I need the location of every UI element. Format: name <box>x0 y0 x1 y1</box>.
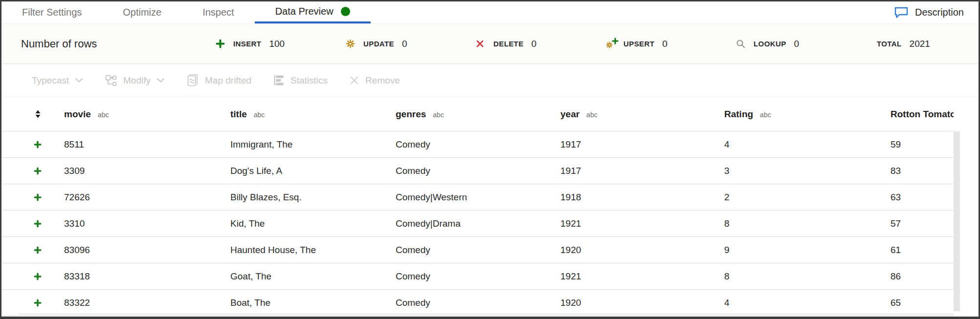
cell-rotten: 57 <box>891 218 954 229</box>
column-name: title <box>230 109 247 120</box>
column-header-title[interactable]: title abc <box>230 109 396 120</box>
tab-bar: Filter Settings Optimize Inspect Data Pr… <box>1 1 979 23</box>
data-preview-table: movie abc title abc genres abc year abc … <box>1 97 979 316</box>
statistics-button[interactable]: Statistics <box>273 74 328 86</box>
stat-value: 0 <box>402 39 407 49</box>
table-row[interactable]: 83318 Goat, The Comedy 1921 8 86 <box>1 263 954 289</box>
stat-upsert[interactable]: UPSERT 0 <box>606 38 736 50</box>
column-header-movie[interactable]: movie abc <box>64 109 230 120</box>
cell-year: 1921 <box>560 218 724 229</box>
data-preview-panel: Filter Settings Optimize Inspect Data Pr… <box>0 0 980 319</box>
remove-button[interactable]: Remove <box>349 75 400 86</box>
cell-title: Boat, The <box>230 298 396 308</box>
status-dot-icon <box>341 7 350 16</box>
cell-rotten: 83 <box>891 166 954 176</box>
bar-chart-icon <box>273 74 285 86</box>
x-icon <box>476 40 493 48</box>
cell-rating: 4 <box>724 139 891 150</box>
stat-lookup[interactable]: LOOKUP 0 <box>736 39 866 49</box>
stat-insert[interactable]: INSERT 100 <box>216 39 346 49</box>
column-type-label: abc <box>586 111 598 119</box>
cell-year: 1920 <box>560 298 724 308</box>
tab-data-preview[interactable]: Data Preview <box>255 1 371 23</box>
cell-rotten: 65 <box>891 298 954 308</box>
typecast-button[interactable]: Typecast <box>32 75 83 86</box>
modify-button[interactable]: Modify <box>105 74 165 87</box>
table-row[interactable]: 3309 Dog's Life, A Comedy 1917 3 83 <box>1 157 954 184</box>
tool-label: Modify <box>123 75 151 86</box>
tab-label: Inspect <box>202 7 234 18</box>
tab-inspect[interactable]: Inspect <box>182 1 254 23</box>
cell-title: Kid, The <box>230 218 396 229</box>
stat-update[interactable]: UPDATE 0 <box>346 39 476 49</box>
comment-icon <box>894 6 909 19</box>
cell-movie: 83096 <box>64 245 230 255</box>
tab-label: Data Preview <box>275 6 334 17</box>
table-row[interactable]: 83096 Haunted House, The Comedy 1920 9 6… <box>1 236 954 263</box>
cell-rotten: 86 <box>891 271 954 282</box>
column-name: year <box>560 109 579 120</box>
tab-filter-settings[interactable]: Filter Settings <box>1 1 102 23</box>
cell-genres: Comedy|Western <box>396 192 560 203</box>
insert-row-icon <box>1 273 64 280</box>
table-row[interactable]: 83322 Boat, The Comedy 1920 4 65 <box>1 289 954 316</box>
stat-value: 0 <box>662 39 668 49</box>
tool-label: Remove <box>365 75 400 86</box>
insert-row-icon <box>1 220 64 228</box>
column-header-year[interactable]: year abc <box>560 109 724 120</box>
column-type-label: abc <box>254 111 265 119</box>
tab-optimize[interactable]: Optimize <box>102 1 182 23</box>
cell-movie: 3309 <box>64 166 230 176</box>
table-row[interactable]: 72626 Billy Blazes, Esq. Comedy|Western … <box>1 184 954 210</box>
chevron-down-icon <box>75 78 83 83</box>
row-stats-bar: Number of rows INSERT 100 UPDATE 0 DELET… <box>1 23 979 64</box>
column-name: genres <box>396 109 426 120</box>
cell-genres: Comedy <box>396 271 560 282</box>
column-header-rating[interactable]: Rating abc <box>724 109 891 120</box>
cell-rating: 2 <box>724 192 891 203</box>
cell-title: Goat, The <box>230 271 396 282</box>
number-of-rows-label: Number of rows <box>21 38 216 50</box>
map-drifted-button[interactable]: Map drifted <box>186 73 251 87</box>
plus-icon <box>216 39 233 48</box>
sort-icon[interactable] <box>1 109 64 119</box>
description-button[interactable]: Description <box>879 1 979 23</box>
column-type-label: abc <box>760 111 771 119</box>
insert-row-icon <box>1 246 64 254</box>
table-row[interactable]: 8511 Immigrant, The Comedy 1917 4 59 <box>1 131 954 157</box>
column-header-genres[interactable]: genres abc <box>396 109 560 120</box>
close-icon <box>349 75 359 85</box>
tool-label: Typecast <box>32 75 69 86</box>
cell-genres: Comedy <box>396 166 560 176</box>
cell-year: 1918 <box>560 192 724 203</box>
column-header-rotton-tomato[interactable]: Rotton Tomato <box>891 109 954 120</box>
stat-value: 2021 <box>910 39 930 49</box>
cell-title: Haunted House, The <box>230 245 396 255</box>
cell-title: Dog's Life, A <box>230 166 396 176</box>
cell-title: Billy Blazes, Esq. <box>230 192 396 203</box>
horizontal-scrollbar[interactable] <box>19 313 954 316</box>
cell-movie: 83318 <box>64 271 230 282</box>
cell-title: Immigrant, The <box>230 139 396 150</box>
cell-year: 1917 <box>560 166 724 176</box>
tab-label: Optimize <box>123 7 161 18</box>
cell-movie: 72626 <box>64 192 230 203</box>
table-header-row: movie abc title abc genres abc year abc … <box>1 97 954 131</box>
stat-total: TOTAL 2021 <box>866 39 980 49</box>
insert-row-icon <box>1 167 64 175</box>
table-row[interactable]: 3310 Kid, The Comedy|Drama 1921 8 57 <box>1 210 954 236</box>
column-toolbar: Typecast Modify <box>1 64 979 97</box>
cell-rotten: 63 <box>891 192 954 203</box>
search-icon <box>736 39 754 49</box>
vertical-scrollbar[interactable] <box>954 131 960 311</box>
branch-icon <box>105 74 117 87</box>
stat-delete[interactable]: DELETE 0 <box>476 39 606 49</box>
stat-label: DELETE <box>493 40 524 48</box>
cell-movie: 3310 <box>64 218 230 229</box>
cell-year: 1921 <box>560 271 724 282</box>
document-wave-icon <box>186 73 199 87</box>
tab-label: Filter Settings <box>22 7 82 18</box>
tool-label: Map drifted <box>205 75 251 86</box>
cell-year: 1917 <box>560 139 724 150</box>
column-name: Rotton Tomato <box>891 109 954 120</box>
